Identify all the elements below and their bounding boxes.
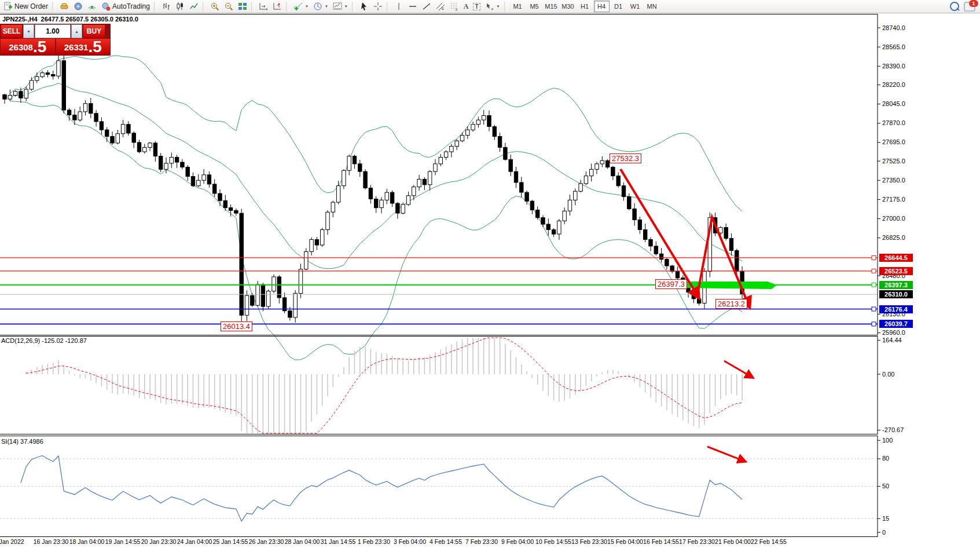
fibonacci-button[interactable]: F xyxy=(447,1,461,12)
equidistant-channel-button[interactable]: E xyxy=(434,1,447,12)
cursor-button[interactable] xyxy=(357,1,371,12)
price-axis-tick: 28390.0 xyxy=(882,63,905,70)
timeframe-w1[interactable]: W1 xyxy=(627,1,643,12)
bar-chart-button[interactable] xyxy=(159,1,173,12)
indicators-button[interactable]: ▼ xyxy=(291,1,311,12)
chat-icon[interactable]: 1 xyxy=(964,2,975,12)
toolbar-separator xyxy=(251,2,255,12)
toolbar-separator xyxy=(203,2,206,12)
rsi-axis-tick: 50 xyxy=(882,483,889,489)
periods-button[interactable]: ▼ xyxy=(311,1,331,12)
macd-label: ACD(12,26,9) -125.02 -120.87 xyxy=(1,337,87,344)
buy-button[interactable]: BUY xyxy=(83,24,105,38)
vertical-line-icon xyxy=(394,2,403,11)
auto-scroll-icon xyxy=(259,2,268,11)
price-annotation-label[interactable]: 26013.4 xyxy=(221,322,252,331)
tile-windows-icon xyxy=(238,2,247,11)
buy-price-main: 26331 xyxy=(64,41,89,54)
price-axis-tick: 28045.0 xyxy=(882,100,905,107)
dropdown-caret-icon: ▼ xyxy=(497,5,500,8)
profiles-button[interactable] xyxy=(57,1,71,12)
metaeditor-button[interactable] xyxy=(71,1,85,12)
crosshair-icon xyxy=(373,2,383,11)
arrows-tool-button[interactable]: ▼ xyxy=(483,1,502,12)
toolbar-separator xyxy=(387,2,390,12)
crosshair-button[interactable] xyxy=(371,1,385,12)
svg-text:F: F xyxy=(456,8,458,11)
price-axis-tick: 25960.0 xyxy=(882,329,905,336)
text-tool-icon: A xyxy=(464,2,469,11)
zoom-out-icon xyxy=(224,2,233,11)
price-line-label: 26039.7 xyxy=(879,320,913,328)
candlestick-chart-button[interactable] xyxy=(173,1,187,12)
new-order-icon xyxy=(3,2,13,11)
timeframe-mn[interactable]: MN xyxy=(644,1,660,12)
buy-price-frac: .5 xyxy=(88,39,101,54)
profiles-icon xyxy=(60,2,69,11)
line-chart-icon xyxy=(189,2,199,11)
price-axis-tick: 27695.0 xyxy=(882,138,905,145)
bar-chart-icon xyxy=(162,2,171,11)
price-annotation-label[interactable]: 26213.2 xyxy=(715,299,747,309)
macd-axis-tick: -270.67 xyxy=(882,426,904,433)
toolbar-separator xyxy=(52,2,56,12)
timeframe-m1[interactable]: M1 xyxy=(510,1,526,12)
horizontal-line-button[interactable] xyxy=(406,1,420,12)
text-label-button[interactable]: T xyxy=(471,1,482,12)
price-axis-tick: 27000.0 xyxy=(882,215,905,222)
timeframe-h1[interactable]: H1 xyxy=(577,1,593,12)
timeframe-toolbar: M1M5M15M30H1H4D1W1MN xyxy=(509,1,660,12)
price-axis-tick: 28740.0 xyxy=(882,24,905,31)
search-icon[interactable] xyxy=(950,2,959,11)
price-line-label: 26397.3 xyxy=(879,281,913,289)
sell-price[interactable]: 26308.5 xyxy=(1,39,55,54)
timeframe-d1[interactable]: D1 xyxy=(611,1,626,12)
buy-price[interactable]: 26331.5 xyxy=(56,39,111,54)
symbol-timeframe: JPN225-,H4 xyxy=(2,16,38,23)
timeframe-m30[interactable]: M30 xyxy=(560,1,576,12)
main-toolbar: New Order AutoTrading ▼ ▼ ▼ E F A T ▼ M1… xyxy=(0,0,980,13)
timeframe-m15[interactable]: M15 xyxy=(544,1,559,12)
line-chart-button[interactable] xyxy=(187,1,201,12)
price-line-label: 26523.5 xyxy=(879,267,913,275)
volume-decrease-button[interactable]: ▼ xyxy=(23,24,34,38)
zoom-out-button[interactable] xyxy=(222,1,236,12)
price-line-label: 26176.4 xyxy=(879,305,913,313)
toolbar-separator xyxy=(286,2,289,12)
text-tool-button[interactable]: A xyxy=(461,1,471,12)
timeframe-m5[interactable]: M5 xyxy=(527,1,542,12)
autotrading-button[interactable]: AutoTrading xyxy=(99,1,152,12)
signals-button[interactable] xyxy=(85,1,99,12)
trendline-button[interactable] xyxy=(420,1,434,12)
templates-icon xyxy=(333,2,342,11)
new-order-button[interactable]: New Order xyxy=(1,1,50,12)
sell-price-main: 26308 xyxy=(9,41,33,54)
dropdown-caret-icon: ▼ xyxy=(344,5,348,8)
zoom-in-button[interactable] xyxy=(208,1,222,12)
timeframe-h4[interactable]: H4 xyxy=(594,1,610,12)
rsi-axis-tick: 80 xyxy=(882,455,889,462)
auto-scroll-button[interactable] xyxy=(256,1,270,12)
dropdown-caret-icon: ▼ xyxy=(305,5,309,8)
rsi-label: SI(14) 37.4986 xyxy=(1,438,43,445)
price-annotation-label[interactable]: 26397.3 xyxy=(655,279,687,289)
equidistant-channel-icon: E xyxy=(436,2,445,11)
sell-button[interactable]: SELL xyxy=(1,24,23,38)
horizontal-line-icon xyxy=(408,2,417,11)
zoom-in-icon xyxy=(210,2,219,11)
new-order-label: New Order xyxy=(14,2,48,10)
one-click-trading-panel: SELL ▼ ▲ BUY 26308.5 26331.5 xyxy=(0,24,111,56)
tile-windows-button[interactable] xyxy=(236,1,249,12)
price-axis-tick: 26825.0 xyxy=(882,234,905,241)
chart-canvas[interactable] xyxy=(0,0,980,548)
price-axis-tick: 27525.0 xyxy=(882,158,905,165)
price-axis-tick: 27175.0 xyxy=(882,196,905,203)
price-annotation-label[interactable]: 27532.3 xyxy=(610,154,641,163)
candlestick-chart-icon xyxy=(175,2,185,11)
templates-button[interactable]: ▼ xyxy=(331,1,350,12)
rsi-axis-tick: 15 xyxy=(882,515,889,522)
volume-input[interactable] xyxy=(35,24,71,38)
vertical-line-button[interactable] xyxy=(392,1,406,12)
chart-shift-button[interactable] xyxy=(270,1,284,12)
volume-increase-button[interactable]: ▲ xyxy=(71,24,82,38)
